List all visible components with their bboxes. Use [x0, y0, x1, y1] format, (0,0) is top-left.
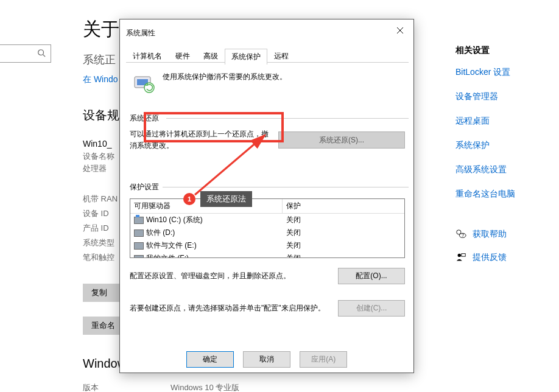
page-title: 关于 [83, 17, 119, 42]
drive-status: 关闭 [283, 228, 356, 238]
device-spec-heading: 设备规 [83, 107, 119, 124]
configure-description: 配置还原设置、管理磁盘空间，并且删除还原点。 [130, 270, 332, 282]
device-id-label: 设备 ID [83, 208, 109, 219]
intro-text: 使用系统保护撤消不需要的系统更改。 [163, 71, 287, 82]
drive-name: 我的文件 (F:) [146, 253, 189, 258]
feedback-link[interactable]: 提供反馈 [455, 252, 553, 263]
restore-group-text: 系统还原 [130, 114, 159, 122]
drive-status: 关闭 [283, 215, 356, 225]
close-button[interactable] [390, 24, 410, 39]
tab-system-protection[interactable]: 系统保护 [225, 49, 267, 65]
drive-list[interactable]: 可用驱动器 保护 Win10 (C:) (系统) 关闭 软件 (D:) 关闭 软… [130, 198, 405, 258]
restore-group-label: 系统还原 [130, 113, 409, 124]
help-icon: ? [455, 229, 466, 240]
drive-icon [134, 229, 144, 237]
feedback-icon [455, 252, 466, 263]
svg-point-5 [458, 254, 461, 257]
apply-button: 应用(A) [300, 351, 347, 368]
bitlocker-link[interactable]: BitLocker 设置 [455, 67, 553, 78]
dialog-tabs: 计算机名 硬件 高级 系统保护 远程 [126, 48, 409, 63]
device-name-sub: 设备名称 [83, 151, 114, 162]
windows-security-link[interactable]: 在 Windo [83, 74, 118, 85]
drive-icon [134, 255, 144, 259]
tab-hardware[interactable]: 硬件 [169, 48, 197, 64]
drive-row[interactable]: 我的文件 (F:) 关闭 [130, 252, 404, 258]
remote-desktop-link[interactable]: 远程桌面 [455, 116, 553, 127]
get-help-link[interactable]: ? 获取帮助 [455, 229, 553, 240]
protect-group-label: 保护设置 [126, 182, 409, 192]
svg-rect-6 [462, 254, 465, 257]
tab-computer-name[interactable]: 计算机名 [126, 48, 169, 64]
ram-label: 机带 RAN [83, 194, 118, 205]
get-help-text: 获取帮助 [473, 229, 507, 240]
divider [163, 187, 409, 187]
annotation-label: 系统还原法 [200, 191, 252, 207]
protect-group-text: 保护设置 [130, 183, 159, 191]
dialog-body: 使用系统保护撤消不需要的系统更改。 系统还原 可以通过将计算机还原到上一个还原点… [126, 63, 409, 321]
drive-row[interactable]: Win10 (C:) (系统) 关闭 [130, 214, 404, 226]
ok-button[interactable]: 确定 [186, 351, 234, 368]
monitoring-text: 系统正 [83, 52, 116, 67]
drive-icon [134, 242, 144, 250]
advanced-system-link[interactable]: 高级系统设置 [455, 164, 553, 175]
drive-icon [134, 217, 144, 224]
related-heading: 相关设置 [455, 45, 553, 56]
cpu-label: 处理器 [83, 163, 107, 174]
tab-advanced[interactable]: 高级 [197, 48, 225, 64]
drive-name: 软件 (D:) [146, 228, 175, 238]
svg-line-1 [43, 55, 46, 57]
device-name-label: Win10_ [83, 139, 111, 149]
search-box[interactable] [0, 44, 51, 63]
tab-remote[interactable]: 远程 [267, 48, 295, 64]
drive-name: 软件与文件 (E:) [146, 240, 197, 251]
rename-pc-link[interactable]: 重命名这台电脑 [455, 189, 553, 200]
drive-list-header: 可用驱动器 保护 [130, 199, 404, 214]
col-status: 保护 [283, 199, 356, 213]
drive-row[interactable]: 软件 (D:) 关闭 [130, 226, 404, 239]
related-settings-panel: 相关设置 BitLocker 设置 设备管理器 远程桌面 系统保护 高级系统设置… [455, 45, 553, 275]
drive-status: 关闭 [283, 240, 356, 251]
intro-row: 使用系统保护撤消不需要的系统更改。 [126, 63, 409, 102]
version-value: Windows 10 专业版 [171, 382, 239, 392]
device-manager-link[interactable]: 设备管理器 [455, 91, 553, 102]
cancel-button[interactable]: 取消 [243, 351, 290, 368]
create-description: 若要创建还原点，请先选择驱动器并单击"配置"来启用保护。 [130, 303, 332, 314]
dialog-button-row: 确定 取消 应用(A) [120, 351, 413, 368]
close-icon [396, 27, 404, 34]
svg-point-0 [38, 50, 44, 55]
drive-name: Win10 (C:) (系统) [146, 215, 203, 225]
annotation-badge: 1 系统还原法 [183, 191, 252, 207]
divider [166, 118, 409, 119]
svg-text:?: ? [462, 233, 464, 238]
system-restore-button[interactable]: 系统还原(S)... [278, 131, 405, 149]
system-protection-icon [131, 71, 155, 95]
system-type-label: 系统类型 [83, 237, 114, 248]
product-id-label: 产品 ID [83, 223, 109, 234]
drive-status: 关闭 [283, 253, 356, 258]
restore-description: 可以通过将计算机还原到上一个还原点，撤消系统更改。 [130, 128, 275, 152]
drive-row[interactable]: 软件与文件 (E:) 关闭 [130, 239, 404, 252]
system-properties-dialog: 系统属性 计算机名 硬件 高级 系统保护 远程 使用系统保护撤消不需要的系统更改… [119, 19, 414, 373]
create-button: 创建(C)... [338, 300, 405, 317]
search-icon [37, 49, 46, 59]
annotation-number: 1 [183, 193, 195, 205]
feedback-text: 提供反馈 [473, 252, 507, 263]
configure-button[interactable]: 配置(O)... [338, 268, 405, 284]
dialog-title: 系统属性 [126, 28, 155, 38]
pen-touch-label: 笔和触控 [83, 252, 114, 263]
version-label: 版本 [83, 382, 99, 392]
system-protection-link[interactable]: 系统保护 [455, 140, 553, 151]
